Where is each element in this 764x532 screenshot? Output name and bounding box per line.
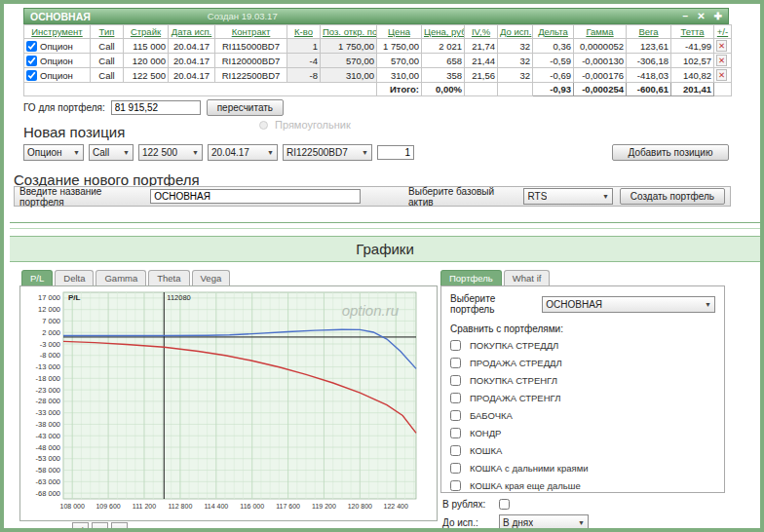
delete-position-icon[interactable]: ✕: [716, 40, 727, 52]
position-enabled-checkbox[interactable]: [26, 70, 37, 81]
position-row: ОпционCall120 00020.04.17RI120000BD7-457…: [24, 54, 732, 68]
tab-delta[interactable]: Delta: [55, 270, 94, 285]
delete-position-icon[interactable]: ✕: [716, 55, 727, 66]
iv-cell: 21,44: [465, 54, 498, 68]
pager-button[interactable]: «|: [72, 522, 89, 532]
y-tick-label: -33 000: [36, 408, 60, 417]
contract-select[interactable]: RI122500BD7▼: [283, 144, 372, 161]
column-header[interactable]: К-во: [287, 25, 321, 39]
y-tick-label: -38 000: [36, 420, 60, 429]
compare-item-label: КОШКА края еще дальше: [470, 480, 581, 491]
charts-section-header: Графики: [10, 236, 760, 262]
position-enabled-checkbox[interactable]: [26, 41, 37, 52]
compare-checkbox[interactable]: [450, 375, 461, 386]
theta-cell: -41,99: [671, 39, 714, 54]
column-header[interactable]: Дата исп.: [169, 25, 215, 39]
column-header[interactable]: Дельта: [533, 25, 574, 39]
rectangle-tool-label: Прямоугольник: [275, 119, 351, 131]
compare-checkbox[interactable]: [450, 393, 461, 403]
delete-position-icon[interactable]: ✕: [716, 69, 727, 81]
column-header[interactable]: Гамма: [574, 25, 627, 39]
column-header[interactable]: Контракт: [215, 25, 287, 39]
tab-портфель[interactable]: Портфель: [440, 270, 502, 285]
instrument-type-select[interactable]: Опцион▼: [23, 144, 84, 161]
instrument-cell: Опцион: [24, 39, 91, 54]
tab-gamma[interactable]: Gamma: [96, 270, 146, 285]
column-header[interactable]: +/-: [714, 25, 732, 39]
compare-item: КОШКА края еще дальше: [450, 479, 715, 492]
tab-vega[interactable]: Vega: [192, 270, 231, 285]
compare-checkbox[interactable]: [450, 358, 461, 368]
strike-select[interactable]: 122 500▼: [138, 144, 203, 161]
base-asset-select[interactable]: RTS▼: [523, 188, 612, 205]
portfolio-name-label: Введите название портфеля: [19, 186, 143, 208]
type-cell: Call: [91, 54, 124, 68]
chevron-down-icon: ▼: [578, 519, 585, 526]
position-enabled-checkbox[interactable]: [26, 56, 37, 66]
portfolio-name-input[interactable]: [150, 189, 361, 204]
tab-p-l[interactable]: P/L: [21, 270, 53, 285]
qty-cell: -8: [287, 68, 321, 83]
compare-checkbox[interactable]: [450, 410, 461, 421]
strike-cell: 120 000: [124, 54, 169, 68]
compare-checkbox[interactable]: [450, 428, 461, 438]
totals-vega: -600,61: [627, 83, 671, 96]
add-position-button[interactable]: Добавить позицию: [612, 144, 729, 161]
column-header[interactable]: Вега: [627, 25, 671, 39]
rubles-checkbox[interactable]: [499, 499, 510, 510]
quantity-input[interactable]: [377, 145, 414, 160]
portfolio-select[interactable]: ОСНОВНАЯ▼: [542, 296, 715, 313]
rectangle-tool-tooltip: Прямоугольник: [259, 119, 351, 131]
pager-button[interactable]: «: [92, 522, 108, 532]
column-header[interactable]: Цена, руб.: [422, 25, 465, 39]
compare-item-label: КОШКА с дальними краями: [470, 463, 588, 474]
window-titlebar: ОСНОВНАЯ Создан 19.03.17 − ✕ ✚: [23, 8, 729, 24]
column-header[interactable]: Цена: [377, 25, 422, 39]
exp_date-cell: 20.04.17: [169, 54, 215, 68]
compare-item: ПРОДАЖА СТРЕНГЛ: [450, 392, 715, 404]
compare-item: КОШКА с дальними краями: [450, 462, 715, 475]
call-put-select[interactable]: Call▼: [89, 144, 134, 161]
rubles-label: В рублях:: [442, 499, 493, 510]
column-header[interactable]: Поз. откр. по: [321, 25, 377, 39]
margin-input[interactable]: [111, 100, 201, 115]
chevron-down-icon: ▼: [362, 149, 368, 156]
table-header-row: ИнструментТипСтрайкДата исп.КонтрактК-во…: [24, 25, 732, 39]
tab-theta[interactable]: Theta: [148, 270, 189, 285]
column-header[interactable]: Страйк: [124, 25, 169, 39]
column-header[interactable]: До исп.: [498, 25, 533, 39]
create-portfolio-button[interactable]: Создать портфель: [620, 188, 725, 205]
days-select[interactable]: В днях▼: [499, 514, 589, 531]
pager-button[interactable]: »: [111, 522, 128, 532]
compare-checkbox[interactable]: [450, 463, 461, 474]
compare-item: ПРОДАЖА СТРЕДДЛ: [450, 357, 715, 369]
column-header[interactable]: Тип: [91, 25, 124, 39]
y-tick-label: 17 000: [38, 293, 60, 302]
iv-cell: 21,56: [465, 68, 498, 83]
compare-item: ПОКУПКА СТРЕДДЛ: [450, 339, 715, 352]
portfolio-select-row: Выберите портфель ОСНОВНАЯ▼: [450, 293, 715, 315]
add-icon[interactable]: ✚: [714, 11, 722, 21]
column-header[interactable]: IV,%: [465, 25, 498, 39]
x-tick-label: 114 400: [204, 503, 228, 510]
vega-cell: 123,61: [627, 39, 671, 54]
chevron-down-icon: ▼: [267, 149, 274, 156]
x-tick-label: 112 800: [168, 503, 192, 510]
column-header[interactable]: Тетта: [671, 25, 714, 39]
instrument-cell: Опцион: [24, 54, 91, 68]
totals-delta: -0,93: [533, 83, 574, 96]
compare-checkbox[interactable]: [450, 445, 461, 456]
contract-cell: RI120000BD7: [215, 54, 287, 68]
tab-what-if[interactable]: What if: [504, 270, 551, 285]
theta-cell: 102,57: [671, 54, 714, 68]
compare-checkbox[interactable]: [450, 340, 461, 351]
minimize-icon[interactable]: −: [682, 11, 688, 21]
column-header[interactable]: Инструмент: [24, 25, 91, 39]
compare-checkbox[interactable]: [450, 480, 461, 491]
close-icon[interactable]: ✕: [697, 11, 705, 21]
price-marker-label: 112080: [167, 293, 190, 302]
expiry-date-select[interactable]: 20.04.17▼: [208, 144, 278, 161]
recalculate-button[interactable]: пересчитать: [207, 99, 284, 116]
theta-cell: 140,82: [671, 68, 714, 83]
compare-label: Сравнить с портфелями:: [450, 323, 715, 334]
